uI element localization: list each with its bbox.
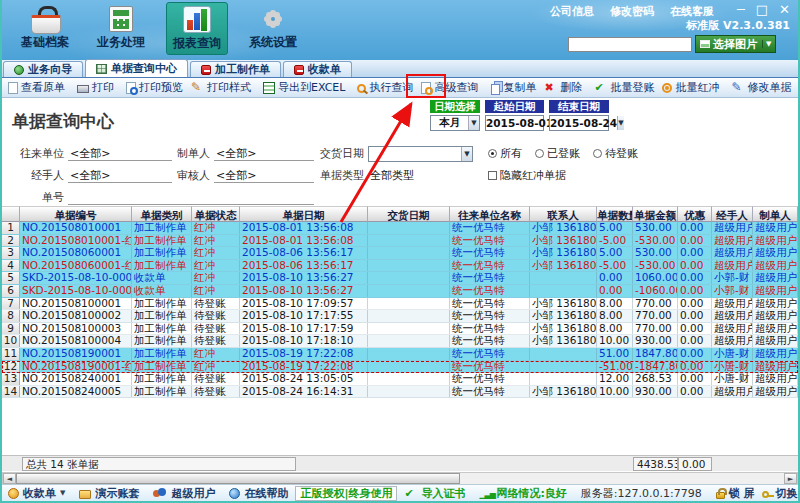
tab-business-wizard[interactable]: 业务向导 [3, 61, 83, 77]
statusbar-switch-user[interactable]: 切换用户 [762, 486, 800, 501]
titlebar-link-0[interactable]: 公司信息 [550, 4, 594, 19]
column-header-7[interactable]: 联系人 [530, 206, 597, 222]
advanced-query-button[interactable]: 高级查询 [417, 79, 482, 97]
nav-item-system-settings[interactable]: 系统设置 [242, 2, 304, 55]
column-header-3[interactable]: 单据状态 [192, 206, 240, 222]
print-button[interactable]: 打印 [73, 79, 118, 97]
export-excel-button[interactable]: 导出到EXCEL [259, 79, 349, 97]
scroll-right-arrow[interactable]: ► [784, 473, 797, 484]
table-cell [530, 348, 597, 360]
partner-field[interactable]: 往来单位<全部> [16, 146, 172, 162]
statusbar-lock-screen[interactable]: 锁 屏 [716, 486, 755, 501]
column-header-5[interactable]: 交货日期 [368, 206, 450, 222]
image-path-input[interactable] [568, 37, 692, 52]
table-row[interactable]: 10NO.201508100004加工制作单待登账2015-08-10 17:1… [2, 335, 798, 348]
copy-document-button[interactable]: 复制单 [486, 79, 540, 97]
column-header-8[interactable]: 单据数量 [597, 206, 633, 222]
nav-item-report-query[interactable]: 报表查询 [166, 2, 228, 55]
doc-type-field[interactable]: 单据类型全部类型 [318, 168, 463, 184]
radio-icon[interactable] [593, 149, 602, 158]
table-row[interactable]: 2NO.201508010001-红冲加工制作单红冲2015-08-01 13:… [2, 235, 798, 248]
run-query-button[interactable]: 执行查询 [353, 79, 417, 97]
delete-button[interactable]: 删除 [540, 79, 586, 97]
radio-已登账[interactable]: 已登账 [535, 146, 580, 161]
table-cell: 5.00 [597, 247, 633, 259]
table-row[interactable]: 3NO.201508060001加工制作单红冲2015-08-06 13:56:… [2, 247, 798, 260]
radio-所有[interactable]: 所有 [488, 146, 522, 161]
checkbox-icon[interactable] [488, 171, 497, 180]
statusbar-receipt-menu[interactable]: 收款单▼ [8, 486, 65, 501]
view-original-button[interactable]: 查看原单 [4, 79, 69, 97]
column-header-10[interactable]: 优惠 [678, 206, 712, 222]
nav-item-basic-archives[interactable]: 基础档案 [14, 2, 76, 55]
table-row[interactable]: 13NO.201508240001加工制作单待登账2015-08-24 13:0… [2, 373, 798, 386]
column-header-2[interactable]: 单据类别 [132, 206, 192, 222]
modify-document-button[interactable]: 修改单据 [727, 79, 795, 97]
table-cell [530, 272, 597, 284]
creator-field[interactable]: 制单人<全部> [170, 146, 314, 162]
end-date-select[interactable]: 2015-08-24▼ [549, 115, 609, 131]
statusbar-online-help[interactable]: 在线帮助 [229, 486, 288, 501]
print-style-button[interactable]: 打印样式 [187, 79, 255, 97]
table-row[interactable]: 9NO.201508100003加工制作单待登账2015-08-10 17:17… [2, 323, 798, 336]
batch-red-flush-button[interactable]: 批量红冲 [658, 79, 723, 97]
handler-field[interactable]: 经手人<全部> [16, 168, 172, 184]
table-row[interactable]: 14NO.201508240005加工制作单待登账2015-08-24 16:1… [2, 386, 798, 399]
select-image-button[interactable]: 选择图片 ▼ [695, 35, 776, 53]
column-header-4[interactable]: 单据日期 [240, 206, 368, 222]
scroll-left-arrow[interactable]: ◄ [3, 473, 16, 484]
table-row[interactable]: 1NO.201508010001加工制作单红冲2015-08-01 13:56:… [2, 222, 798, 235]
chevron-down-icon[interactable]: ▼ [60, 489, 65, 497]
tab-label-receipt-order: 收款单 [308, 62, 341, 77]
nav-item-business-process[interactable]: 业务处理 [90, 2, 152, 55]
tab-receipt-order[interactable]: 收款单 [283, 61, 352, 77]
statusbar-import-cert[interactable]: 导入证书 [404, 486, 465, 501]
column-header-9[interactable]: 单据金额 [633, 206, 678, 222]
radio-icon[interactable] [488, 149, 497, 158]
date-preset-select[interactable]: 本月▼ [430, 115, 480, 131]
table-cell: 2015-08-10 17:17:59 [240, 323, 368, 335]
batch-post-button[interactable]: 批量登账 [590, 79, 658, 97]
maximize-button[interactable]: □ [756, 2, 768, 18]
horizontal-scrollbar[interactable]: ◄ ► [2, 472, 798, 484]
chevron-down-icon[interactable]: ▼ [461, 147, 472, 161]
table-row[interactable]: 7NO.201508100001加工制作单待登账2015-08-10 17:09… [2, 298, 798, 311]
tab-processing-order[interactable]: 加工制作单 [190, 61, 281, 77]
chevron-down-icon[interactable]: ▼ [617, 116, 623, 130]
column-header-0[interactable] [2, 206, 20, 222]
column-header-6[interactable]: 往来单位名称 [450, 206, 530, 222]
start-date-select-value: 2015-08-01 [486, 117, 553, 129]
table-cell: 统一优马特 [450, 235, 530, 247]
table-cell: 2015-08-24 16:14:31 [240, 386, 368, 398]
titlebar-link-1[interactable]: 修改密码 [610, 4, 654, 19]
delivery-date-field[interactable]: 交货日期▼ [318, 146, 473, 162]
statusbar-demo-account[interactable]: 演示账套 [79, 486, 139, 501]
scrollbar-thumb[interactable] [16, 473, 460, 484]
radio-待登账[interactable]: 待登账 [593, 146, 638, 161]
minimize-button[interactable]: ─ [737, 2, 745, 18]
radio-icon[interactable] [535, 149, 544, 158]
table-row[interactable]: 5SKD-2015-08-10-0001收款单红冲2015-08-10 13:5… [2, 272, 798, 285]
table-row[interactable]: 12NO.201508190001-红冲加工制作单红冲2015-08-19 17… [2, 361, 798, 374]
chevron-down-icon[interactable]: ▼ [762, 40, 771, 48]
table-cell: 0.00 [678, 272, 712, 284]
chevron-down-icon[interactable]: ▼ [468, 116, 479, 130]
titlebar-link-2[interactable]: 在线客服 [670, 4, 714, 19]
hide-red-checkbox[interactable]: 隐藏红冲单据 [488, 168, 566, 183]
start-date-select[interactable]: 2015-08-01▼ [485, 115, 544, 131]
table-cell [368, 247, 450, 259]
auditor-field[interactable]: 审核人<全部> [170, 168, 314, 184]
column-header-12[interactable]: 制单人 [753, 206, 798, 222]
close-button[interactable]: ✕ [779, 2, 790, 18]
column-header-1[interactable]: 单据编号 [20, 206, 132, 222]
table-row[interactable]: 6SKD-2015-08-10-0001-红冲收款单红冲2015-08-10 1… [2, 285, 798, 298]
table-row[interactable]: 8NO.201508100002加工制作单待登账2015-08-10 17:17… [2, 310, 798, 323]
delivery-date-field-combo[interactable]: ▼ [368, 146, 473, 162]
document-table: 单据编号单据类别单据状态单据日期交货日期往来单位名称联系人单据数量单据金额优惠经… [2, 206, 798, 398]
table-row[interactable]: 4NO.201508060001-红冲加工制作单红冲2015-08-06 13:… [2, 260, 798, 273]
column-header-11[interactable]: 经手人 [712, 206, 753, 222]
print-preview-button[interactable]: 打印预览 [122, 79, 187, 97]
tab-document-query-center[interactable]: 单据查询中心 [85, 59, 188, 77]
table-row[interactable]: 11NO.201508190001加工制作单红冲2015-08-19 17:22… [2, 348, 798, 361]
doc-number-field[interactable]: 单号 [16, 190, 314, 206]
